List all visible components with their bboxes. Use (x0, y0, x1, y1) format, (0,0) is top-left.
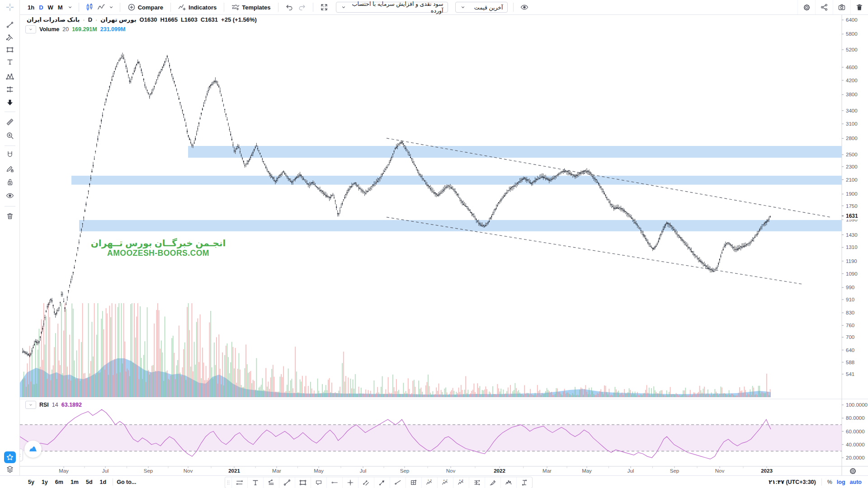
site-logo-bubble[interactable] (24, 441, 42, 458)
eye-icon[interactable] (519, 3, 530, 11)
line-style-icon[interactable] (96, 3, 106, 11)
trash-tool[interactable] (4, 210, 16, 222)
symbol-name[interactable]: بانک صادرات ایران (27, 16, 80, 23)
lock-open-tool[interactable] (4, 176, 16, 188)
svg-text:541: 541 (846, 371, 854, 377)
trend-line-tool[interactable] (4, 19, 16, 31)
watermark-line2: AMOOZESH-BOORS.COM (90, 249, 226, 258)
long-position-tool[interactable] (4, 83, 16, 96)
strip-drag-handle[interactable] (225, 477, 231, 488)
interval-1h[interactable]: 1h (25, 3, 37, 12)
camera-icon[interactable] (833, 0, 850, 14)
svg-text:2500: 2500 (846, 152, 858, 157)
long-short-position-tool[interactable] (469, 477, 485, 488)
watermark-line1: انجـمن خبرگــان بورس تــهران (90, 238, 226, 249)
svg-text:May: May (59, 468, 69, 474)
range-5d[interactable]: 5d (83, 478, 95, 486)
top-toolbar: 1hDWM Compare Indicators Templates سود ن… (20, 0, 868, 15)
favorites-star-button[interactable] (4, 451, 16, 463)
percent-scale-toggle[interactable]: % (827, 479, 832, 485)
indicators-button[interactable]: Indicators (176, 2, 218, 13)
price-mode-dropdown[interactable]: آخرین قیمت (455, 2, 508, 13)
volume-value: 231.099M (100, 26, 126, 33)
auto-scale-toggle[interactable]: auto (850, 479, 862, 485)
rectangle-tool[interactable] (4, 43, 16, 56)
magnet-tool[interactable] (4, 148, 16, 161)
trash-filled-icon[interactable] (850, 0, 868, 14)
horizontal-ray-tool[interactable] (326, 477, 342, 488)
chevron-down-icon[interactable] (108, 4, 114, 10)
range-5y[interactable]: 5y (25, 478, 37, 486)
undo-icon[interactable] (284, 3, 295, 11)
adjustment-dropdown[interactable]: سود نقدی و افزایش سرمایه با احتساب آورده (336, 2, 448, 13)
gear-icon[interactable] (797, 0, 815, 14)
mountain-logo-icon (28, 444, 38, 454)
interval-M[interactable]: M (56, 3, 65, 12)
xabcd-pattern-tool[interactable] (4, 70, 16, 83)
abc-pattern-tool[interactable]: AC (437, 477, 453, 488)
svg-text:4600: 4600 (846, 65, 858, 70)
redo-icon[interactable] (297, 3, 307, 11)
ruler-tool[interactable] (4, 116, 16, 128)
range-1y[interactable]: 1y (39, 478, 51, 486)
cross-line-tool[interactable] (342, 477, 358, 488)
trend-line-tool[interactable] (279, 477, 295, 488)
svg-text:2300: 2300 (846, 164, 858, 169)
goto-button[interactable]: Go to... (117, 479, 136, 485)
object-tree-button[interactable] (5, 465, 15, 474)
interval-D[interactable]: D (37, 3, 45, 12)
range-1d[interactable]: 1d (97, 478, 109, 486)
interval-switcher: 1hDWM (25, 3, 65, 12)
rsi-indicator-legend[interactable]: RSI 14 63.1892 (25, 401, 82, 409)
chevron-down-icon[interactable] (67, 4, 73, 10)
svg-text:3400: 3400 (846, 108, 858, 113)
zoom-in-tool[interactable] (4, 129, 16, 142)
rectangle-tool[interactable] (295, 477, 311, 488)
ray-tool[interactable] (390, 477, 406, 488)
interval-W[interactable]: W (46, 3, 56, 12)
symbol-legend[interactable]: بانک صادرات ایران · D · بورس تهران O1630… (27, 16, 257, 23)
text-tool[interactable] (4, 56, 16, 68)
range-1m[interactable]: 1m (68, 478, 81, 486)
ohlc-low: L1603 (181, 16, 198, 23)
log-scale-toggle[interactable]: log (837, 479, 845, 485)
svg-text:6400: 6400 (846, 17, 858, 23)
volume-indicator-legend[interactable]: Volume 20 169.291M 231.099M (25, 25, 125, 33)
pitchfork-lines-tool[interactable] (263, 477, 279, 488)
callout-tool[interactable] (311, 477, 326, 488)
text-tool[interactable] (247, 477, 263, 488)
bottom-toolbar: 5y1y6m1m5d1d Go to... 15ACAE ۲۱:۴۷ (UTC+… (0, 475, 868, 488)
fullscreen-icon[interactable] (319, 3, 330, 11)
svg-text:588: 588 (846, 360, 854, 365)
elliott-wave-15-tool[interactable]: 15 (421, 477, 437, 488)
templates-button[interactable]: Templates (230, 2, 272, 13)
parallel-channel-tool[interactable] (358, 477, 374, 488)
pitchfork-tool[interactable] (4, 31, 16, 44)
svg-text:990: 990 (846, 285, 854, 290)
price-range-tool[interactable] (516, 477, 532, 488)
clock[interactable]: ۲۱:۴۷ (UTC+3:30) (769, 479, 816, 485)
ae-pattern-tool[interactable]: AE (453, 477, 469, 488)
chart-area[interactable]: 6400580052004600420038003400310028002500… (20, 15, 868, 475)
svg-text:3800: 3800 (846, 92, 858, 97)
volume-legend-collapse[interactable] (25, 25, 36, 33)
parallel-lines-tool[interactable] (231, 477, 247, 488)
favorite-drawings-strip[interactable]: 15ACAE (225, 477, 533, 488)
arrow-marker-tool[interactable] (374, 477, 390, 488)
rsi-legend-collapse[interactable] (25, 401, 36, 409)
fib-retracement-tool[interactable] (406, 477, 421, 488)
brush-tool[interactable] (485, 477, 500, 488)
candlestick-style-icon[interactable] (85, 3, 94, 11)
svg-text:C: C (446, 479, 448, 482)
watermark: انجـمن خبرگــان بورس تــهران AMOOZESH-BO… (90, 238, 226, 258)
time-axis-settings[interactable] (848, 467, 857, 475)
share-icon[interactable] (815, 0, 833, 14)
arrow-down-tool[interactable] (4, 96, 16, 109)
crosshair-tool[interactable] (4, 1, 16, 14)
range-6m[interactable]: 6m (52, 478, 66, 486)
compare-button[interactable]: Compare (126, 2, 165, 13)
ohlc-close: C1631 (201, 16, 218, 23)
head-shoulders-pattern-tool[interactable] (500, 477, 516, 488)
pencil-lock-tool[interactable] (4, 162, 16, 175)
eye-tool[interactable] (4, 189, 16, 202)
